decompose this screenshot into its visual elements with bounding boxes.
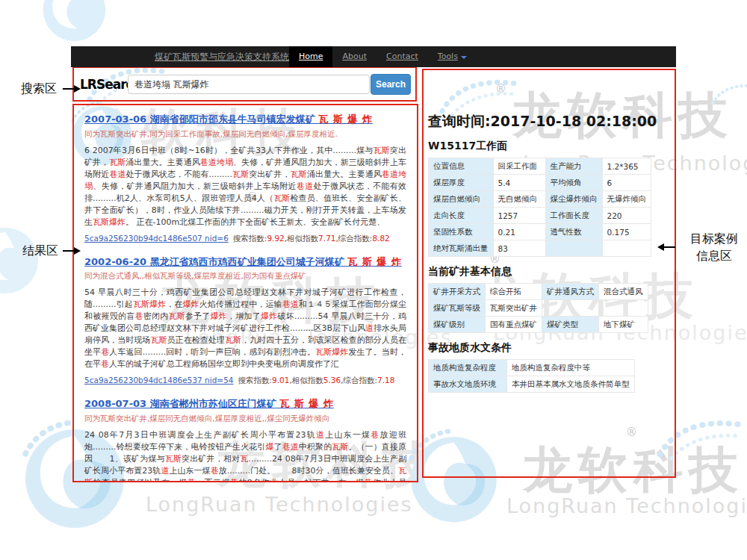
info-cell-label: 位置信息 <box>429 158 494 175</box>
nav-item-tools[interactable]: Tools <box>428 46 477 67</box>
snippet-text: 火焰传播过程中，运输 <box>199 299 282 309</box>
snippet-text: 了 <box>274 442 282 452</box>
info-cell-value: 0.21 <box>493 224 545 240</box>
section-title: 事故地质水文条件 <box>428 341 675 355</box>
result-title-link[interactable]: 2007-03-06 湖南省邵阳市邵东县牛马司镇宏发煤矿 瓦 斯 爆 炸 <box>84 113 373 125</box>
result-scores: 搜索指数:9.92,相似指数7.71,综合指数:8.82 <box>233 234 390 243</box>
snippet-text: 人车返回.........回时，听到一声巨响，感到有剧烈冲击。 <box>109 347 315 357</box>
snippet-text: ,相似指数 <box>285 234 318 243</box>
snippet-text: 参予了 <box>185 311 211 321</box>
result-title-keyword: 瓦 斯 爆 炸 <box>279 398 334 409</box>
result-title-keyword: 瓦 斯 爆 炸 <box>318 113 373 125</box>
highlighted-keyword: 瓦斯 <box>168 311 185 321</box>
search-result: 2008-07-03 湖南省郴州市苏仙区庄门煤矿 瓦 斯 爆 炸同为瓦斯突出矿井… <box>84 396 406 482</box>
snippet-text: 涌出量大。主要通风 <box>307 169 382 179</box>
info-cell-label: 煤尘爆炸倾向 <box>545 191 602 208</box>
table-row: 煤矿级别国有重点煤矿煤矿类型地下煤矿 <box>429 317 648 333</box>
snippet-text: ,综合指数: <box>341 376 377 385</box>
info-cell-value: 220 <box>602 208 651 224</box>
highlighted-keyword: 爆炸 <box>182 299 199 309</box>
nav-item-home[interactable]: Home <box>289 46 332 67</box>
info-cell-value: 0.175 <box>602 224 651 240</box>
highlighted-keyword: 瓦斯 <box>291 169 307 179</box>
highlighted-keyword: 巷 <box>371 430 379 440</box>
result-title-text: 2008-07-03 湖南省郴州市苏仙区庄门煤矿 <box>84 398 279 409</box>
info-cell-value: 地下煤矿 <box>599 317 648 333</box>
highlighted-keyword: 道 <box>316 430 325 440</box>
info-cell-value: 瓦斯突出矿井 <box>486 300 542 317</box>
dragon-logo-watermark <box>37 0 108 43</box>
search-result: 2007-03-06 湖南省邵阳市邵东县牛马司镇宏发煤矿 瓦 斯 爆 炸同为瓦斯… <box>84 111 406 244</box>
info-cell-label: 煤矿瓦斯等级 <box>429 300 486 317</box>
info-cell-label: 事故水文地质环境 <box>429 376 507 393</box>
highlighted-keyword: 瓦斯 <box>165 454 182 464</box>
snippet-text: 上山东一煤 <box>325 430 371 440</box>
result-similarity-note: 同为混合式通风,,相似瓦斯等级,煤层厚度相近,同为国有重点煤矿 <box>84 271 406 281</box>
snippet-text: ，增加了 <box>227 311 261 321</box>
highlighted-keyword: 道 <box>365 323 374 333</box>
highlighted-keyword: 巷 <box>364 478 372 482</box>
highlighted-keyword: 瓦斯 <box>373 146 389 155</box>
page: 龙软科技 龙软科技 LongRuan Technologies 龙软科技 Lon… <box>0 0 747 560</box>
highlighted-keyword: 瓦斯爆炸 <box>315 347 348 357</box>
snippet-text: ，在 <box>166 299 182 309</box>
info-cell-label: 工作面长度 <box>545 208 602 224</box>
highlighted-keyword: 道 <box>161 466 169 476</box>
highlighted-keyword: 5.36 <box>323 376 341 385</box>
info-cell-value: 83 <box>493 240 545 257</box>
info-cell-empty <box>542 300 599 317</box>
result-doc-link[interactable]: 5ca9a256230b94dc1486e537 nid=54 <box>84 376 234 385</box>
table-row: 煤层厚度5.4平均倾角6 <box>429 175 651 191</box>
highlighted-keyword: 9.01 <box>272 376 289 385</box>
highlighted-keyword: 8.82 <box>372 234 389 243</box>
section-title: W15117工作面 <box>428 140 675 153</box>
table-row: 坚固性系数0.21透气性数0.175 <box>429 224 651 240</box>
watermark-en: LongRuan Technologies <box>146 493 413 516</box>
dots-swirl-watermark <box>710 63 747 123</box>
highlighted-keyword: 巷 <box>134 311 143 321</box>
info-cell-label: 煤层自燃倾向 <box>429 191 494 208</box>
info-cell-value: 1257 <box>493 208 545 224</box>
snippet-text: 人车的城子河矿总工程师杨国华立即到中央变电所向调度作了汇 <box>109 359 339 369</box>
info-cell-value: 无爆炸倾向 <box>602 191 651 208</box>
search-area-box: LRSearch Search <box>72 66 417 102</box>
highlighted-keyword: 瓦斯爆炸 <box>133 299 166 309</box>
info-table: 位置信息回采工作面生产能力1.2*365煤层厚度5.4平均倾角6煤层自燃倾向无自… <box>428 158 651 257</box>
snippet-text: 搜索指数: <box>238 376 273 385</box>
result-footer: 5ca9a256230b94dc1486e537 nid=54搜索指数:9.01… <box>84 376 406 386</box>
highlighted-keyword: 巷 <box>187 478 196 482</box>
snippet-text: 上山东一煤 <box>169 466 210 476</box>
info-table: 矿井开采方式综合开拓矿井通风方式混合式通风煤矿瓦斯等级瓦斯突出矿井煤矿级别国有重… <box>428 283 648 333</box>
highlighted-keyword: 瓦斯 <box>273 193 290 203</box>
highlighted-keyword: 爆 <box>265 442 273 452</box>
info-cell-label: 透气性数 <box>545 224 602 240</box>
snippet-text: 密闭内 <box>143 311 169 321</box>
arrow-right-icon <box>63 88 75 90</box>
result-doc-link[interactable]: 5ca9a256230b94dc1486e507 nid=6 <box>84 234 229 243</box>
highlighted-keyword: 巷道 <box>109 169 125 179</box>
highlighted-keyword: 巷道垮塌 <box>200 158 233 167</box>
nav-item-tools-label: Tools <box>438 52 458 61</box>
result-title-link[interactable]: 2002-06-20 黑龙江省鸡西市鸡西矿业集团公司城子河煤矿 瓦 斯 爆 炸 <box>84 256 402 267</box>
snippet-text: 。 正在-100m北煤工作面的井下全面矿长王新太、安全副矿长付元楚、 <box>125 217 385 227</box>
info-cell-value: 综合开拓 <box>486 284 542 300</box>
info-cell-value: 5.4 <box>493 175 545 191</box>
nav-item-contact[interactable]: Contact <box>376 46 428 67</box>
info-cell-label: 走向长度 <box>429 208 494 224</box>
highlighted-keyword: 9.92 <box>267 234 284 243</box>
nav-item-about[interactable]: About <box>332 46 376 67</box>
search-button[interactable]: Search <box>371 74 411 95</box>
result-title-link[interactable]: 2008-07-03 湖南省郴州市苏仙区庄门煤矿 瓦 斯 爆 炸 <box>84 398 334 409</box>
result-similarity-note: 同为瓦斯突出矿井,同为回采工作面事故,煤层同无自燃倾向,煤层厚度相近. <box>84 129 406 140</box>
table-row: 事故水文地质环境本井田基本属水文地质条件简单型 <box>429 376 635 393</box>
info-cell-value <box>602 240 651 257</box>
result-snippet: 54 早晨八时三十分，鸡西矿业集团公司总经理赵文林下井对城子河矿进行工作检查，随… <box>84 287 406 370</box>
result-footer: 5ca9a256230b94dc1486e507 nid=6搜索指数:9.92,… <box>84 234 406 244</box>
section-title: 当前矿井基本信息 <box>428 265 675 279</box>
navbar-brand[interactable]: 煤矿瓦斯预警与应急决策支持系统 <box>155 51 289 63</box>
target-case-panel: 查询时间:2017-10-18 02:18:00 W15117工作面位置信息回采… <box>422 69 676 478</box>
table-row: 绝对瓦斯涌出量83 <box>429 240 651 257</box>
search-input[interactable] <box>128 75 370 94</box>
annotation-target-case-area: 目标案例 信息区 <box>684 230 744 264</box>
highlighted-keyword: 瓦斯 <box>225 335 241 345</box>
